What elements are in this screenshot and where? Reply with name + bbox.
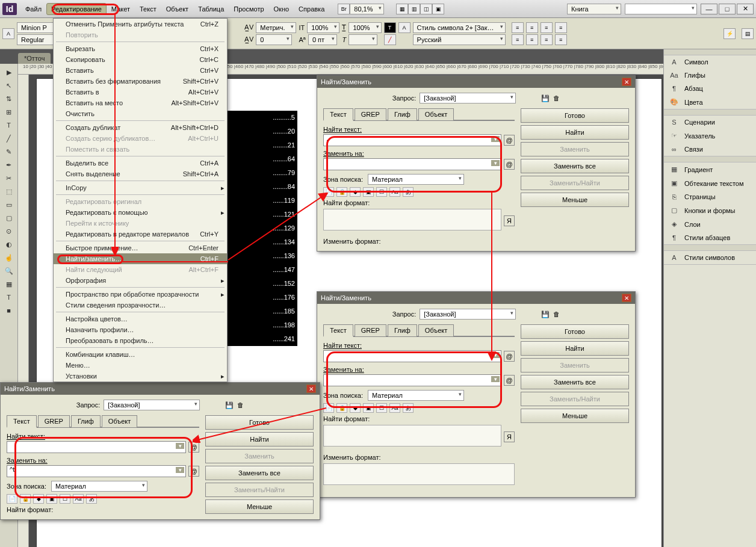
menu-item[interactable]: СкопироватьCtrl+C xyxy=(54,54,227,65)
search-scope-icons[interactable]: 📄🔒◆▣☐Aaあ xyxy=(7,494,199,504)
menu-item[interactable]: ВставитьCtrl+V xyxy=(54,65,227,76)
tool[interactable]: ▦ xyxy=(2,278,16,290)
menu-item[interactable]: Очистить xyxy=(54,108,227,119)
document-tab[interactable]: *Отточ xyxy=(18,53,51,64)
zone-select[interactable]: Материал xyxy=(51,481,147,492)
replace-button[interactable]: Заменить xyxy=(521,358,629,372)
delete-query-icon[interactable]: 🗑 xyxy=(237,401,244,409)
menu-object[interactable]: Объект xyxy=(161,3,193,15)
special-char-icon[interactable]: @ xyxy=(504,135,515,146)
change-format-box[interactable] xyxy=(323,463,515,485)
menu-table[interactable]: Таблица xyxy=(193,3,229,15)
menu-item[interactable]: Назначить профили… xyxy=(54,324,227,335)
query-select[interactable]: [Заказной] xyxy=(420,309,516,320)
align-l-icon[interactable]: ≡ xyxy=(512,22,524,33)
replace-input[interactable] xyxy=(323,374,501,386)
done-button[interactable]: Готово xyxy=(521,108,629,123)
zone-select[interactable]: Материал xyxy=(368,174,464,185)
panel-row[interactable]: AСтили символов xyxy=(664,251,756,264)
tab-object[interactable]: Объект xyxy=(418,324,454,337)
menu-item[interactable]: Вставить без форматированияShift+Ctrl+V xyxy=(54,76,227,87)
search-scope-icons[interactable]: 📄🔒◆▣☐Aaあ xyxy=(323,403,515,413)
tab-object[interactable]: Объект xyxy=(102,415,137,428)
menu-layout[interactable]: Макет xyxy=(107,3,135,15)
replace-input[interactable] xyxy=(323,158,501,170)
replace-all-button[interactable]: Заменить все xyxy=(521,159,629,173)
vscale-input[interactable]: 100% xyxy=(307,22,339,33)
menu-item[interactable]: Вставить на местоAlt+Shift+Ctrl+V xyxy=(54,97,227,108)
bridge-icon[interactable]: Br xyxy=(338,4,350,14)
tool[interactable]: ■ xyxy=(2,304,16,317)
menu-view[interactable]: Просмотр xyxy=(229,3,268,15)
find-button[interactable]: Найти xyxy=(521,125,629,140)
tool[interactable]: ▢ xyxy=(2,212,16,224)
delete-query-icon[interactable]: 🗑 xyxy=(553,94,560,102)
tool[interactable]: ✒ xyxy=(2,159,16,171)
replace-all-button[interactable]: Заменить все xyxy=(205,466,314,480)
menu-item[interactable]: Редактировать в редакторе материаловCtrl… xyxy=(54,229,227,240)
view-icon[interactable]: ▣ xyxy=(432,4,444,14)
tool[interactable]: ◐ xyxy=(2,238,16,250)
panel-row[interactable]: ⎘Страницы xyxy=(664,190,756,203)
search-scope-icons[interactable]: 📄🔒◆▣☐Aaあ xyxy=(323,187,515,197)
replace-find-button[interactable]: Заменить/Найти xyxy=(521,392,629,406)
menu-item[interactable]: Установки xyxy=(54,371,227,382)
workspace-select[interactable]: Книга xyxy=(567,4,621,14)
language-select[interactable]: Русский xyxy=(413,34,506,45)
tool[interactable]: ⬚ xyxy=(2,185,16,197)
tab-text[interactable]: Текст xyxy=(323,324,353,337)
special-char-icon[interactable]: @ xyxy=(504,351,515,362)
tool[interactable]: ✎ xyxy=(2,146,16,158)
close-icon[interactable]: ✕ xyxy=(306,385,316,393)
save-query-icon[interactable]: 💾 xyxy=(541,311,550,318)
menu-item[interactable]: ВырезатьCtrl+X xyxy=(54,43,227,54)
tab-grep[interactable]: GREP xyxy=(355,324,386,337)
done-button[interactable]: Готово xyxy=(205,415,314,430)
menu-item[interactable]: Быстрое применение…Ctrl+Enter xyxy=(54,243,227,253)
tool[interactable]: ✂ xyxy=(2,172,16,184)
stroke-icon[interactable]: A xyxy=(398,22,411,33)
tab-grep[interactable]: GREP xyxy=(38,415,70,428)
special-char-icon[interactable]: @ xyxy=(504,159,515,170)
menu-item[interactable]: Меню… xyxy=(54,360,227,371)
align-jl-icon[interactable]: ≡ xyxy=(512,34,524,45)
delete-query-icon[interactable]: 🗑 xyxy=(553,311,560,318)
align-c-icon[interactable]: ≡ xyxy=(526,22,538,33)
tool[interactable]: ⇅ xyxy=(2,93,16,105)
menu-item[interactable]: Преобразовать в профиль… xyxy=(54,335,227,346)
find-text-input[interactable]: . xyxy=(323,134,501,146)
tab-grep[interactable]: GREP xyxy=(355,108,386,121)
panel-row[interactable]: ¶Стили абзацев xyxy=(664,231,756,244)
align-jr-icon[interactable]: ≡ xyxy=(541,34,553,45)
panel-row[interactable]: ▦Градиент xyxy=(664,162,756,176)
tab-text[interactable]: Текст xyxy=(7,415,37,428)
menu-item[interactable]: Вставить вAlt+Ctrl+V xyxy=(54,87,227,97)
done-button[interactable]: Готово xyxy=(521,324,629,339)
menu-item[interactable]: Отменить Применить атрибуты текстаCtrl+Z xyxy=(54,19,227,29)
find-text-input[interactable] xyxy=(323,350,501,362)
tool[interactable]: ↖ xyxy=(2,79,16,91)
menu-item[interactable]: Найти/заменить…Ctrl+F xyxy=(54,253,227,264)
tool[interactable]: ▭ xyxy=(2,199,16,211)
menu-item[interactable]: Орфография xyxy=(54,275,227,286)
panel-row[interactable]: ▣Обтекание текстом xyxy=(664,176,756,190)
align-jf-icon[interactable]: ≡ xyxy=(555,34,567,45)
special-char-icon[interactable]: @ xyxy=(188,442,199,453)
close-icon[interactable]: ✕ xyxy=(737,4,754,14)
replace-button[interactable]: Заменить xyxy=(521,142,629,156)
panel-row[interactable]: SСценарии xyxy=(664,116,756,129)
align-r-icon[interactable]: ≡ xyxy=(541,22,553,33)
tool[interactable]: T xyxy=(2,291,16,303)
menu-item[interactable]: InCopy xyxy=(54,182,227,193)
replace-all-button[interactable]: Заменить все xyxy=(521,375,629,389)
skew-input[interactable] xyxy=(349,34,377,45)
find-format-box[interactable] xyxy=(323,425,501,447)
query-select[interactable]: [Заказной] xyxy=(104,400,200,410)
tracking-select[interactable]: 0 xyxy=(256,34,292,45)
tab-glyph[interactable]: Глиф xyxy=(71,415,101,428)
quick-apply-icon[interactable]: ⚡ xyxy=(723,28,736,39)
menu-help[interactable]: Справка xyxy=(294,3,329,15)
special-char-icon[interactable]: @ xyxy=(504,375,515,386)
tool[interactable]: ⊞ xyxy=(2,106,16,118)
tab-glyph[interactable]: Глиф xyxy=(388,108,417,121)
